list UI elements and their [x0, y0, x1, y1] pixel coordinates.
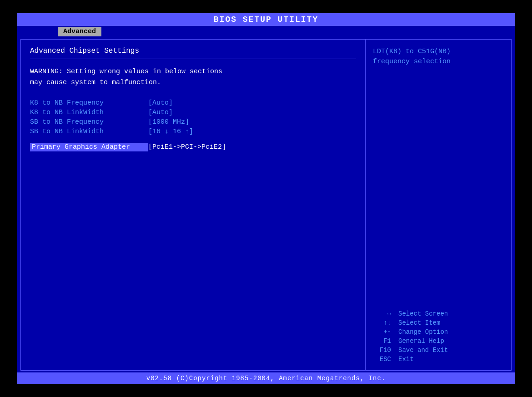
settings-list-2[interactable]: Primary Graphics Adapter [PciE1->PCI->Pc…	[30, 143, 356, 151]
setting-name-sb-link: SB to NB LinkWidth	[30, 128, 148, 136]
key-desc-select-item: Select Item	[398, 319, 440, 327]
title-bar: BIOS SETUP UTILITY	[17, 13, 515, 26]
help-key-change-option: +- Change Option	[373, 328, 504, 336]
setting-row-k8-link[interactable]: K8 to NB LinkWidth [Auto]	[30, 109, 356, 116]
key-desc-select-screen: Select Screen	[398, 310, 448, 317]
footer-bar: v02.58 (C)Copyright 1985-2004, American …	[17, 372, 515, 384]
key-symbol-plusminus: +-	[373, 328, 391, 336]
key-symbol-updown: ↑↓	[373, 319, 391, 327]
setting-value-sb-freq: [1000 MHz]	[148, 118, 189, 126]
divider	[30, 59, 356, 59]
right-panel: LDT(K8) to C51G(NB) frequency selection …	[366, 40, 511, 370]
setting-name-k8-link: K8 to NB LinkWidth	[30, 109, 148, 116]
setting-value-k8-freq: [Auto]	[148, 99, 173, 107]
key-desc-general-help: General Help	[398, 337, 444, 345]
setting-name-primary-graphics: Primary Graphics Adapter	[30, 143, 148, 151]
help-title: LDT(K8) to C51G(NB) frequency selection	[373, 47, 504, 67]
setting-row-k8-freq[interactable]: K8 to NB Frequency [Auto]	[30, 99, 356, 107]
warning-text: WARNING: Setting wrong values in below s…	[30, 66, 356, 88]
setting-row-primary-graphics[interactable]: Primary Graphics Adapter [PciE1->PCI->Pc…	[30, 143, 356, 151]
setting-name-k8-freq: K8 to NB Frequency	[30, 99, 148, 107]
setting-row-sb-freq[interactable]: SB to NB Frequency [1000 MHz]	[30, 118, 356, 126]
footer-text: v02.58 (C)Copyright 1985-2004, American …	[146, 375, 386, 382]
help-keys: ↔ Select Screen ↑↓ Select Item +- Change…	[373, 310, 504, 363]
help-key-f1: F1 General Help	[373, 337, 504, 345]
help-title-line1: LDT(K8) to C51G(NB)	[373, 47, 504, 57]
help-key-select-screen: ↔ Select Screen	[373, 310, 504, 317]
menu-tab-advanced[interactable]: Advanced	[58, 27, 101, 36]
key-desc-change-option: Change Option	[398, 328, 448, 336]
setting-value-primary-graphics: [PciE1->PCI->PciE2]	[148, 143, 226, 151]
help-key-esc: ESC Exit	[373, 356, 504, 363]
title-text: BIOS SETUP UTILITY	[214, 15, 318, 24]
setting-name-sb-freq: SB to NB Frequency	[30, 118, 148, 126]
key-desc-save-exit: Save and Exit	[398, 347, 448, 354]
key-symbol-f10: F10	[373, 347, 391, 354]
help-key-f10: F10 Save and Exit	[373, 347, 504, 354]
setting-row-sb-link[interactable]: SB to NB LinkWidth [16 ↓ 16 ↑]	[30, 128, 356, 136]
key-symbol-esc: ESC	[373, 356, 391, 363]
main-content: Advanced Chipset Settings WARNING: Setti…	[20, 39, 512, 371]
section-title: Advanced Chipset Settings	[30, 47, 356, 55]
setting-value-sb-link: [16 ↓ 16 ↑]	[148, 128, 193, 136]
key-symbol-arrows: ↔	[373, 310, 391, 317]
settings-list[interactable]: K8 to NB Frequency [Auto] K8 to NB LinkW…	[30, 99, 356, 136]
bios-screen: BIOS SETUP UTILITY Advanced Advanced Chi…	[16, 12, 516, 385]
key-desc-exit: Exit	[398, 356, 414, 363]
help-title-line2: frequency selection	[373, 57, 504, 67]
left-panel: Advanced Chipset Settings WARNING: Setti…	[21, 40, 366, 370]
setting-value-k8-link: [Auto]	[148, 109, 173, 116]
key-symbol-f1: F1	[373, 337, 391, 345]
help-key-select-item: ↑↓ Select Item	[373, 319, 504, 327]
menu-bar[interactable]: Advanced	[17, 26, 515, 37]
